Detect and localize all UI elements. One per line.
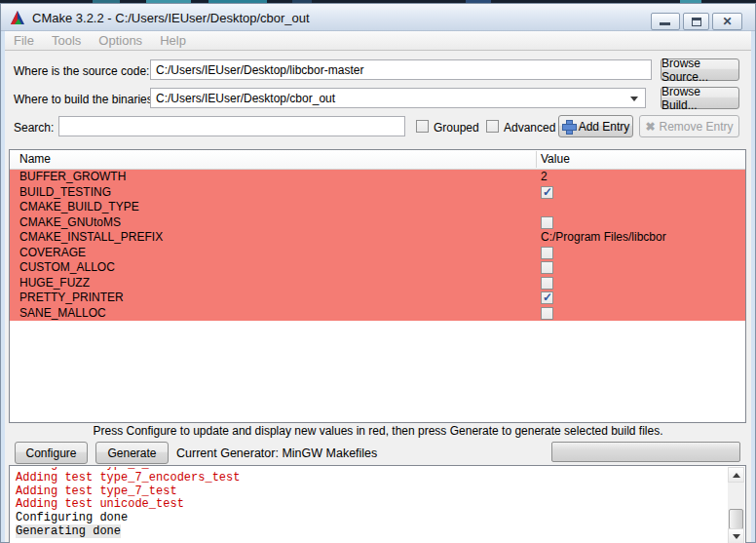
value-text[interactable]: 2 (541, 170, 548, 185)
value-checkbox[interactable] (541, 261, 553, 274)
table-row[interactable]: CMAKE_GNUtoMS (10, 215, 745, 231)
title-bar[interactable]: CMake 3.2.2 - C:/Users/IEUser/Desktop/cb… (1, 4, 755, 31)
table-row[interactable]: CMAKE_INSTALL_PREFIXC:/Program Files/lib… (10, 230, 745, 246)
menu-file[interactable]: File (5, 33, 43, 48)
add-entry-button[interactable]: Add Entry (558, 115, 633, 137)
remove-entry-button[interactable]: ✖ Remove Entry (639, 115, 739, 137)
close-icon: ✕ (713, 15, 741, 28)
table-header: Name Value (10, 150, 745, 170)
browse-source-button[interactable]: Browse Source... (661, 58, 739, 81)
value-checkbox[interactable] (541, 247, 553, 259)
cache-entry-name: CUSTOM_ALLOC (19, 260, 115, 276)
log-line: Configuring done (16, 512, 727, 525)
scroll-up-button[interactable] (728, 467, 744, 483)
log-line: Generating done (16, 525, 727, 539)
source-code-label: Where is the source code: (14, 64, 149, 78)
cache-entry-name: SANE_MALLOC (19, 306, 106, 322)
progress-bar (551, 442, 740, 462)
current-generator-label: Current Generator: MinGW Makefiles (176, 446, 377, 460)
log-lines: Adding test type_6_testAdding test type_… (11, 467, 727, 543)
value-checkbox[interactable] (541, 277, 553, 290)
cache-entry-value (541, 246, 553, 261)
cache-entry-value (541, 291, 553, 306)
log-line: Adding test type_7_encoders_test (16, 472, 727, 485)
arrow-up-icon (733, 473, 740, 478)
maximize-button[interactable] (683, 13, 709, 30)
build-path-combobox[interactable]: C:/Users/IEUser/Desktop/cbor_out (150, 88, 646, 108)
cache-entry-name: CMAKE_INSTALL_PREFIX (19, 230, 163, 246)
chevron-down-icon[interactable] (630, 97, 638, 101)
cache-entry-value (541, 260, 553, 276)
window-title: CMake 3.2.2 - C:/Users/IEUser/Desktop/cb… (32, 11, 310, 25)
advanced-checkbox[interactable] (486, 120, 499, 133)
log-line-text: Configuring done (16, 511, 128, 524)
value-checkbox[interactable] (541, 307, 553, 320)
cache-variable-table: Name Value BUFFER_GROWTH2BUILD_TESTINGCM… (9, 149, 746, 423)
cmake-cache-rows: BUFFER_GROWTH2BUILD_TESTINGCMAKE_BUILD_T… (10, 170, 745, 321)
log-line-text: Generating done (16, 524, 121, 538)
cmake-window: CMake 3.2.2 - C:/Users/IEUser/Desktop/cb… (0, 3, 756, 543)
menu-help[interactable]: Help (151, 33, 195, 48)
table-row[interactable]: BUILD_TESTING (10, 185, 745, 201)
menu-bar: File Tools Options Help (1, 31, 755, 51)
minimize-button[interactable] (651, 13, 680, 30)
browse-build-label: Browse Build... (662, 85, 738, 112)
log-line-text: Adding test type_7_encoders_test (16, 471, 240, 485)
generate-button[interactable]: Generate (95, 442, 169, 464)
column-divider[interactable] (536, 151, 537, 168)
generate-label: Generate (107, 446, 156, 460)
value-checkbox[interactable] (541, 186, 553, 199)
value-text[interactable]: C:/Program Files/libcbor (541, 230, 666, 246)
cache-entry-name: CMAKE_GNUtoMS (19, 215, 121, 231)
cache-entry-value (541, 215, 553, 231)
column-header-value: Value (541, 152, 570, 166)
remove-entry-label: Remove Entry (660, 120, 734, 134)
value-checkbox[interactable] (541, 291, 553, 304)
log-line-text: Adding test type_7_test (16, 485, 177, 498)
cache-entry-value (541, 276, 553, 291)
output-log[interactable]: Adding test type_6_testAdding test type_… (9, 465, 746, 543)
build-path-value: C:/Users/IEUser/Desktop/cbor_out (156, 92, 335, 105)
configure-hint-text: Press Configure to update and display ne… (1, 424, 755, 438)
cache-entry-name: CMAKE_BUILD_TYPE (19, 200, 139, 215)
log-scrollbar[interactable] (728, 467, 744, 543)
cache-entry-value: C:/Program Files/libcbor (541, 230, 666, 246)
scroll-down-button[interactable] (728, 528, 744, 543)
window-border-left (1, 31, 5, 542)
grouped-checkbox[interactable] (416, 120, 429, 133)
source-path-input[interactable]: C:/Users/IEUser/Desktop/libcbor-master (150, 59, 652, 80)
cache-entry-name: BUFFER_GROWTH (19, 170, 126, 185)
table-row[interactable]: COVERAGE (10, 246, 745, 261)
menu-tools[interactable]: Tools (43, 33, 90, 48)
table-row[interactable]: HUGE_FUZZ (10, 276, 745, 291)
cache-entry-name: PRETTY_PRINTER (19, 291, 124, 306)
add-entry-label: Add Entry (579, 120, 630, 134)
cache-entry-name: HUGE_FUZZ (19, 276, 90, 291)
table-row[interactable]: CMAKE_BUILD_TYPE (10, 200, 745, 215)
cache-entry-value: 2 (541, 170, 548, 185)
cache-entry-value (541, 185, 553, 201)
search-input[interactable] (58, 116, 405, 136)
browse-build-button[interactable]: Browse Build... (661, 87, 739, 109)
plus-icon (562, 120, 575, 133)
window-border-right (751, 31, 755, 542)
arrow-down-icon (733, 534, 740, 539)
table-row[interactable]: BUFFER_GROWTH2 (10, 170, 745, 185)
scrollbar-thumb[interactable] (729, 509, 743, 529)
close-button[interactable]: ✕ (712, 13, 742, 30)
advanced-label: Advanced (504, 121, 555, 135)
cache-entry-value (541, 306, 553, 322)
grouped-label: Grouped (434, 121, 479, 135)
table-row[interactable]: SANE_MALLOC (10, 306, 745, 322)
configure-button[interactable]: Configure (15, 442, 88, 464)
table-row[interactable]: PRETTY_PRINTER (10, 291, 745, 306)
menu-options[interactable]: Options (90, 33, 151, 48)
minimize-icon (660, 22, 670, 25)
cache-entry-name: COVERAGE (19, 246, 86, 261)
build-binaries-label: Where to build the binaries: (14, 93, 156, 106)
value-checkbox[interactable] (541, 216, 553, 229)
log-line: Adding test type_7_test (16, 485, 727, 499)
log-line: Adding test unicode_test (16, 498, 727, 512)
table-row[interactable]: CUSTOM_ALLOC (10, 260, 745, 276)
cache-entry-name: BUILD_TESTING (19, 185, 111, 201)
